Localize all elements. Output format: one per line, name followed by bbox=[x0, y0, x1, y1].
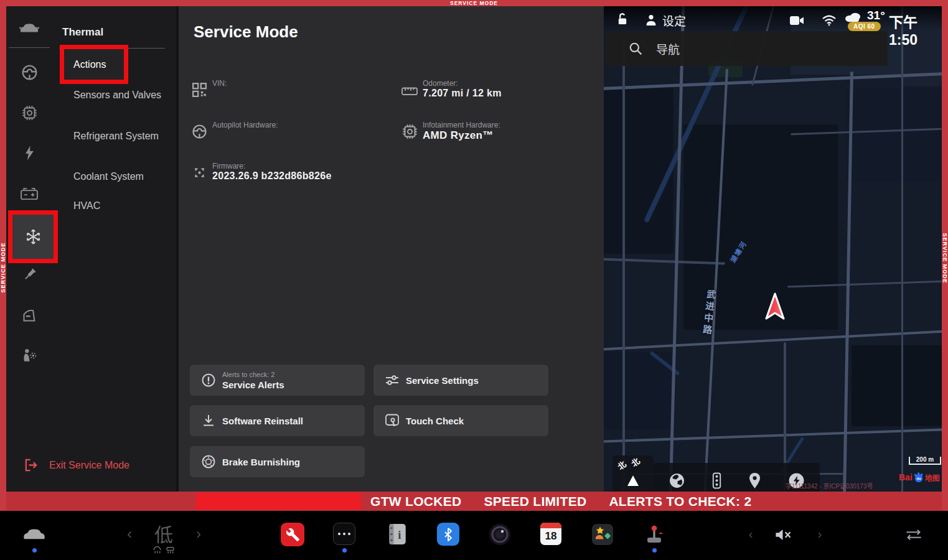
service-alert-bar: GTW LOCKED SPEED LIMITED ALERTS TO CHECK… bbox=[6, 492, 942, 511]
volume-muted-icon[interactable] bbox=[773, 528, 793, 541]
arcade-joystick-icon[interactable] bbox=[645, 522, 664, 546]
service-mode-banner: SERVICE MODE bbox=[942, 230, 948, 287]
menu-item-hvac[interactable]: HVAC bbox=[73, 200, 173, 212]
service-mode-banner: SERVICE MODE bbox=[450, 0, 498, 6]
wifi-icon[interactable] bbox=[822, 14, 837, 26]
car-controls-icon[interactable] bbox=[22, 525, 47, 543]
aqi-badge: AQI 60 bbox=[848, 22, 881, 31]
settings-label[interactable]: 设定 bbox=[662, 12, 686, 29]
front-defrost-icon[interactable] bbox=[152, 546, 162, 554]
infotainment-hw-value: AMD Ryzen™ bbox=[423, 129, 494, 142]
active-dot bbox=[32, 548, 37, 553]
map-block bbox=[847, 88, 942, 182]
airbag-icon[interactable] bbox=[17, 343, 42, 368]
page-title: Service Mode bbox=[194, 22, 298, 42]
service-settings-button[interactable]: Service Settings bbox=[373, 365, 548, 396]
annotation-highlight-thermal bbox=[8, 210, 58, 263]
service-app-icon[interactable] bbox=[281, 523, 304, 546]
vin-label: VIN: bbox=[212, 79, 227, 88]
compass-button[interactable]: 北 北 bbox=[612, 455, 654, 492]
taskbar: ‹ 低 › i 18 bbox=[0, 511, 948, 560]
map-scale: 200 m bbox=[909, 457, 941, 465]
driver-profile-icon[interactable] bbox=[645, 14, 657, 26]
service-mode-top-strip: SERVICE MODE bbox=[0, 0, 948, 6]
map-layers-globe-icon[interactable] bbox=[669, 472, 685, 489]
map[interactable]: 武进中路 湖塘河 设定 31° AQI 60 bbox=[604, 6, 942, 492]
fan-increase-chevron[interactable]: › bbox=[192, 526, 205, 542]
firmware-label: Firmware: bbox=[212, 162, 245, 170]
owners-manual-icon[interactable]: i bbox=[386, 523, 407, 546]
service-alerts-label: Service Alerts bbox=[222, 380, 284, 390]
exit-label: Exit Service Mode bbox=[49, 460, 129, 471]
odometer-value: 7.207 mi / 12 km bbox=[423, 88, 502, 99]
screen-swap-icon[interactable] bbox=[904, 528, 924, 541]
battery-12v-icon[interactable] bbox=[17, 181, 42, 206]
map-pin-icon[interactable] bbox=[748, 472, 761, 489]
car-icon[interactable] bbox=[17, 15, 42, 40]
alerts-count-sublabel: Alerts to check: 2 bbox=[222, 371, 284, 378]
app-launcher-icon[interactable] bbox=[333, 523, 355, 545]
active-dot bbox=[652, 548, 657, 553]
menu-item-sensors-and-valves[interactable]: Sensors and Valves bbox=[73, 90, 173, 101]
high-voltage-icon[interactable] bbox=[17, 141, 42, 166]
firmware-value: 2023.26.9 b232d86b826e bbox=[212, 170, 332, 182]
search-icon bbox=[629, 42, 642, 55]
service-mode-right-strip: SERVICE MODE bbox=[942, 6, 948, 511]
suspension-icon[interactable] bbox=[17, 262, 42, 287]
vehicle-location-arrow bbox=[764, 292, 786, 321]
sliders-icon bbox=[385, 374, 400, 386]
snowflake-icon[interactable] bbox=[12, 215, 54, 259]
map-search-bar[interactable]: 导航 bbox=[606, 31, 888, 66]
toybox-app-icon[interactable] bbox=[591, 523, 614, 546]
bluetooth-icon[interactable] bbox=[437, 523, 459, 546]
service-mode-left-strip: SERVICE MODE bbox=[0, 6, 6, 511]
software-reinstall-label: Software Reinstall bbox=[222, 416, 303, 426]
clock: 下午1:50 bbox=[889, 11, 942, 49]
brake-burnishing-button[interactable]: Brake Burnishing bbox=[190, 446, 365, 477]
calendar-app-icon[interactable]: 18 bbox=[540, 523, 561, 545]
compass-north-label: 北 bbox=[629, 455, 642, 469]
icp-watermark: 字11111342 - 京ICP证030173号 bbox=[786, 481, 873, 490]
fan-decrease-chevron[interactable]: ‹ bbox=[123, 526, 136, 542]
traffic-toggle-icon[interactable] bbox=[712, 472, 721, 489]
menu-item-coolant-system[interactable]: Coolant System bbox=[73, 171, 173, 182]
software-reinstall-button[interactable]: Software Reinstall bbox=[190, 405, 365, 436]
exit-icon bbox=[24, 458, 38, 472]
fan-level-indicator[interactable]: 低 bbox=[151, 522, 176, 544]
baidu-paw-icon: du bbox=[913, 472, 924, 483]
tesla-service-mode-screen: 武进中路 湖塘河 设定 31° AQI 60 bbox=[0, 0, 948, 560]
vin-qr-icon bbox=[191, 82, 207, 98]
menu-item-actions[interactable]: Actions bbox=[73, 59, 124, 70]
dashcam-icon[interactable] bbox=[789, 16, 804, 26]
autopilot-chip-icon[interactable] bbox=[17, 100, 42, 125]
gtw-locked-status: GTW LOCKED bbox=[370, 494, 461, 509]
service-mode-banner: SERVICE MODE bbox=[0, 239, 6, 296]
calendar-header bbox=[540, 523, 561, 528]
service-settings-label: Service Settings bbox=[406, 375, 479, 386]
map-road bbox=[622, 40, 625, 492]
touch-check-button[interactable]: Touch Check bbox=[373, 405, 548, 436]
menu-item-refrigerant-system[interactable]: Refrigerant System bbox=[73, 131, 173, 142]
lock-unlocked-icon[interactable] bbox=[616, 13, 628, 26]
door-icon[interactable] bbox=[17, 302, 42, 327]
baidu-logo: Bai du 地图 bbox=[899, 472, 940, 483]
exit-service-mode-button[interactable]: Exit Service Mode bbox=[24, 458, 129, 472]
north-arrow-icon bbox=[627, 475, 639, 486]
alert-circle-icon bbox=[201, 373, 216, 387]
touch-screen-icon bbox=[385, 413, 400, 428]
calendar-day: 18 bbox=[540, 528, 561, 544]
chip-icon bbox=[401, 123, 418, 139]
service-alerts-button[interactable]: Alerts to check: 2 Service Alerts bbox=[190, 365, 365, 396]
service-main-panel: Service Mode VIN: Odometer: 7.207 mi / 1… bbox=[176, 6, 604, 492]
media-prev-chevron[interactable]: ‹ bbox=[744, 526, 757, 542]
camera-lens-icon[interactable] bbox=[489, 523, 511, 546]
media-next-chevron[interactable]: › bbox=[814, 526, 826, 542]
map-road bbox=[901, 6, 903, 492]
alerts-to-check-status: ALERTS TO CHECK: 2 bbox=[609, 494, 751, 509]
map-road bbox=[604, 428, 942, 443]
touch-check-label: Touch Check bbox=[406, 416, 464, 426]
steering-wheel-icon[interactable] bbox=[17, 60, 42, 85]
weather-cloud-icon[interactable] bbox=[843, 11, 862, 22]
rear-defrost-icon[interactable] bbox=[165, 546, 175, 554]
annotation-highlight-actions: Actions bbox=[60, 45, 128, 84]
